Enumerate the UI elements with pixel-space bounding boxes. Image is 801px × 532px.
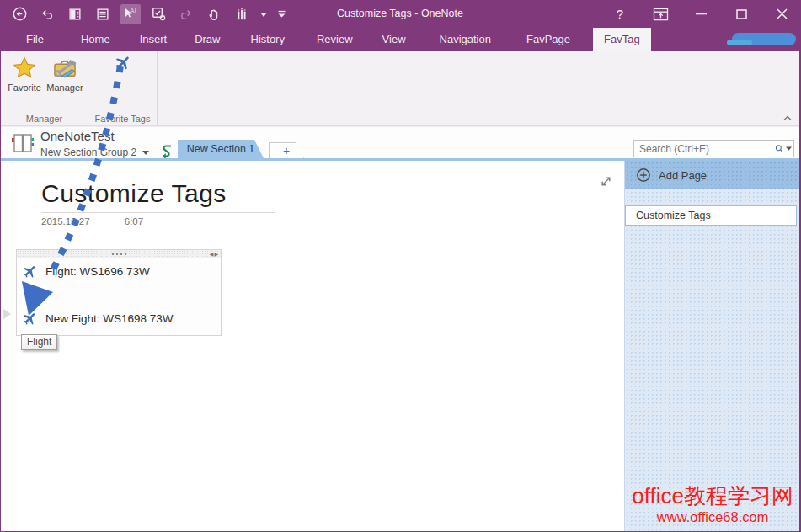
notebook-title[interactable]: OneNoteTest (40, 129, 115, 143)
tab-home[interactable]: Home (70, 28, 121, 51)
page-list-panel: Add Page Customize Tags office教程学习网 www.… (624, 161, 800, 532)
plus-circle-icon (636, 168, 651, 183)
favorite-tag-flight-button[interactable] (103, 54, 143, 72)
redo-icon (176, 4, 196, 24)
airplane-tag-icon[interactable] (22, 263, 38, 279)
ribbon-display-options-icon[interactable] (649, 3, 671, 25)
tab-review[interactable]: Review (306, 28, 364, 51)
close-icon[interactable] (771, 3, 793, 25)
resize-arrows-icon[interactable]: ◀▶ (210, 251, 219, 257)
handle-dots-icon (112, 253, 114, 255)
star-icon (12, 56, 37, 80)
ribbon-group-manager: Favorite Manager Manager (1, 51, 88, 125)
tab-favtag[interactable]: FavTag (593, 28, 651, 51)
ribbon-group-favorite-tags: Favorite Tags (88, 51, 158, 125)
page-time: 6:07 (125, 216, 143, 226)
window-controls: ? (609, 0, 793, 28)
help-icon[interactable]: ? (609, 3, 631, 25)
undo-icon[interactable] (37, 4, 57, 24)
collapse-ribbon-icon[interactable] (783, 114, 792, 122)
ribbon-group-label-manager: Manager (1, 114, 88, 124)
expand-page-icon[interactable] (599, 174, 613, 189)
manager-button-label: Manager (46, 82, 83, 93)
section-tab-new-section-1[interactable]: New Section 1 (178, 140, 264, 158)
manager-button[interactable]: Manager (45, 56, 85, 93)
airplane-icon (115, 54, 132, 72)
quick-access-toolbar: AI (9, 0, 287, 28)
page-title[interactable]: Customize Tags (41, 179, 227, 208)
note-line-1[interactable]: Flight: WS1696 73W (22, 263, 150, 279)
watermark-line1: office教程学习网 (632, 484, 793, 509)
tab-navigation[interactable]: Navigation (429, 28, 502, 51)
add-page-button[interactable]: Add Page (625, 161, 800, 189)
note-text[interactable]: Flight: WS1696 73W (45, 265, 150, 278)
customize-qat-icon[interactable] (275, 4, 287, 24)
pan-hand-icon[interactable] (204, 4, 224, 24)
tag-tooltip: Flight (21, 334, 57, 350)
pens-icon[interactable] (232, 4, 252, 24)
note-container[interactable]: ◀▶ Flight: WS1696 73W New Fight: WS1698 … (16, 249, 222, 336)
section-group-label[interactable]: New Section Group 2 (40, 146, 136, 158)
tab-view[interactable]: View (371, 28, 417, 51)
ribbon-group-label-favorite-tags: Favorite Tags (88, 114, 157, 124)
favorite-button-label: Favorite (8, 82, 41, 93)
custom-tags-icon[interactable] (148, 4, 168, 24)
ribbon: Favorite Manager Manager Favorite Tags (1, 51, 799, 126)
back-icon[interactable] (9, 4, 29, 24)
title-underline (41, 212, 275, 213)
note-text[interactable]: New Fight: WS1698 73W (45, 312, 174, 325)
search-box (633, 140, 794, 157)
redacted-signin-scribble (732, 33, 796, 45)
page-canvas[interactable]: Customize Tags 2015.10.27 6:07 ◀▶ Flight… (1, 161, 624, 532)
maximize-icon[interactable] (730, 3, 752, 25)
add-page-label: Add Page (659, 169, 707, 182)
note-container-move-handle[interactable]: ◀▶ (17, 250, 221, 258)
ribbon-tab-bar: File Home Insert Draw History Review Vie… (1, 28, 799, 51)
select-ai-icon[interactable]: AI (120, 4, 141, 24)
search-scope-dropdown-icon[interactable] (784, 146, 793, 151)
page-meta: 2015.10.27 6:07 (41, 216, 143, 226)
title-bar: AI Customize Tags - OneNote ? (1, 0, 799, 28)
notebook-icon[interactable] (10, 131, 35, 155)
svg-text:AI: AI (130, 7, 136, 15)
tab-favpage[interactable]: FavPage (515, 28, 581, 51)
watermark: office教程学习网 www.office68.com (632, 484, 793, 525)
tab-history[interactable]: History (240, 28, 296, 51)
dock-to-desktop-icon[interactable] (93, 4, 113, 24)
page-list-item-customize-tags[interactable]: Customize Tags (625, 205, 797, 226)
favorite-button[interactable]: Favorite (4, 56, 45, 93)
notebook-dropdown-icon[interactable] (142, 151, 149, 155)
note-line-2[interactable]: New Fight: WS1698 73W (22, 311, 174, 327)
page-date: 2015.10.27 (41, 216, 90, 226)
paragraph-handle-icon[interactable] (3, 308, 11, 320)
search-input[interactable] (634, 143, 775, 155)
tab-insert[interactable]: Insert (129, 28, 179, 51)
onenote-window: AI Customize Tags - OneNote ? (0, 0, 801, 532)
pens-dropdown-icon[interactable] (259, 4, 268, 24)
toolbox-icon (51, 56, 78, 80)
notebook-nav-bar: OneNoteTest New Section Group 2 (1, 126, 799, 158)
search-icon[interactable] (775, 142, 784, 156)
airplane-tag-icon[interactable] (22, 311, 38, 327)
watermark-line2: www.office68.com (632, 509, 793, 525)
minimize-icon[interactable] (690, 3, 712, 25)
tab-file[interactable]: File (15, 28, 55, 51)
full-page-view-icon[interactable] (65, 4, 85, 24)
tab-draw[interactable]: Draw (184, 28, 231, 51)
